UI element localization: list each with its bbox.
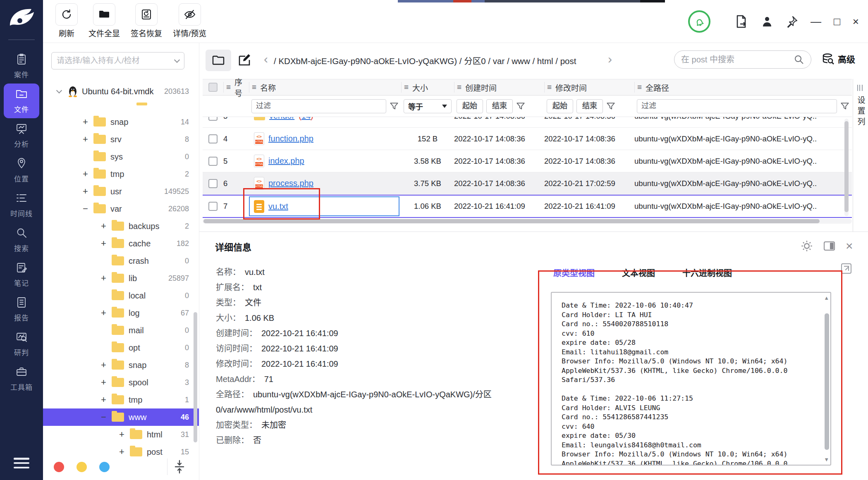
detail-close-icon[interactable]: × bbox=[846, 240, 853, 252]
tree-expander[interactable]: − bbox=[83, 203, 93, 214]
search-icon[interactable] bbox=[794, 54, 804, 65]
column-header[interactable]: 修改时间 bbox=[544, 82, 634, 93]
tree-row[interactable]: + backups 2 bbox=[43, 217, 199, 235]
yellow-dot-badge[interactable] bbox=[77, 462, 87, 472]
tree-row[interactable]: − www 46 bbox=[43, 408, 199, 426]
file-link[interactable]: function.php bbox=[268, 134, 313, 143]
show-all-files-button[interactable]: 文件全显 bbox=[88, 3, 120, 38]
tree-row[interactable]: + srv 8 bbox=[43, 131, 199, 148]
sidebar-item-toolbox[interactable]: 工具箱 bbox=[4, 361, 39, 396]
sidebar-item-report[interactable]: 报告 bbox=[4, 292, 39, 327]
tree-expander[interactable]: + bbox=[83, 134, 93, 145]
column-menu-icon[interactable] bbox=[547, 83, 552, 92]
table-row[interactable]: 7 vu.txt 1.06 KB 2022-10-21 16:41:09 202… bbox=[203, 195, 852, 218]
sidebar-menu-toggle[interactable] bbox=[14, 458, 29, 468]
tree-row[interactable]: + tmp 2 bbox=[43, 165, 199, 183]
column-header[interactable]: 名称 bbox=[249, 82, 401, 93]
funnel-icon[interactable] bbox=[606, 102, 615, 111]
column-menu-icon[interactable] bbox=[252, 83, 256, 92]
preview-scrollbar-thumb[interactable] bbox=[825, 313, 829, 450]
tree-expander[interactable]: + bbox=[119, 447, 130, 457]
tree-row[interactable]: + lib 25897 bbox=[43, 270, 199, 287]
tree-row[interactable]: + tmp 1 bbox=[43, 391, 199, 408]
gear-icon[interactable] bbox=[801, 240, 813, 252]
sidebar-item-judge[interactable]: 研判 bbox=[4, 327, 39, 361]
column-menu-icon[interactable] bbox=[457, 83, 461, 92]
size-operator-select[interactable]: 等于 bbox=[404, 99, 452, 113]
preview-tab[interactable]: 文本视图 bbox=[622, 267, 655, 279]
sidebar-item-notes[interactable]: 笔记 bbox=[4, 257, 39, 292]
tree-row[interactable]: sys 0 bbox=[43, 148, 199, 165]
preview-tab[interactable]: 十六进制视图 bbox=[682, 267, 732, 279]
edit-path-icon[interactable] bbox=[237, 53, 251, 69]
sidebar-item-location[interactable]: 位置 bbox=[4, 153, 39, 188]
table-vertical-scrollbar[interactable] bbox=[844, 119, 849, 216]
row-checkbox[interactable] bbox=[208, 134, 218, 143]
table-row[interactable]: 3 vendor 14 2022-10-17 14:08:36 2022-10-… bbox=[203, 117, 852, 128]
tree-expander[interactable]: + bbox=[101, 377, 112, 388]
funnel-icon[interactable] bbox=[516, 102, 525, 111]
notification-bell-icon[interactable] bbox=[688, 10, 710, 33]
preview-tab[interactable]: 原类型视图 bbox=[553, 267, 595, 279]
signature-restore-button[interactable]: 签名恢复 bbox=[131, 3, 162, 38]
row-checkbox[interactable] bbox=[208, 117, 218, 121]
sidebar-item-files[interactable]: 文件 bbox=[4, 84, 39, 118]
tree-row[interactable]: mail 0 bbox=[43, 322, 199, 339]
user-icon[interactable] bbox=[761, 15, 773, 28]
breadcrumb-segment[interactable]: post bbox=[553, 56, 576, 66]
pin-icon[interactable] bbox=[786, 15, 798, 28]
scroll-up-icon[interactable]: ▲ bbox=[824, 295, 829, 301]
refresh-button[interactable]: 刷新 bbox=[55, 3, 78, 38]
tree-row[interactable]: opt 0 bbox=[43, 339, 199, 356]
table-scrollbar-thumb[interactable] bbox=[844, 121, 849, 212]
file-link[interactable]: vu.txt bbox=[268, 202, 288, 211]
row-checkbox[interactable] bbox=[208, 202, 218, 211]
breadcrumb-back-icon[interactable]: ‹ bbox=[264, 52, 268, 66]
row-checkbox[interactable] bbox=[208, 179, 218, 188]
funnel-icon[interactable] bbox=[390, 102, 399, 111]
tree-row[interactable]: crash 0 bbox=[43, 252, 199, 270]
grip-handle-icon[interactable] bbox=[857, 85, 864, 91]
tree-scrollbar[interactable] bbox=[194, 312, 197, 442]
tree-expander[interactable]: + bbox=[83, 117, 93, 127]
sidebar-item-search[interactable]: 搜索 bbox=[4, 222, 39, 257]
folder-view-button[interactable] bbox=[206, 50, 231, 71]
select-all-checkbox[interactable] bbox=[208, 83, 218, 92]
tree-row[interactable]: + spool 3 bbox=[43, 374, 199, 391]
tree-row[interactable]: + post 15 bbox=[43, 443, 199, 461]
tree-expander[interactable]: + bbox=[101, 308, 112, 318]
tree-expander[interactable]: + bbox=[83, 169, 93, 179]
scroll-down-icon[interactable]: ▼ bbox=[824, 456, 829, 463]
tree-row[interactable]: + usr 149525 bbox=[43, 183, 199, 200]
sidebar-item-case[interactable]: 案件 bbox=[4, 49, 39, 84]
tree-expander[interactable]: + bbox=[101, 360, 112, 370]
chevron-down-icon[interactable] bbox=[56, 88, 62, 93]
column-header[interactable]: 序号 bbox=[223, 82, 249, 93]
blue-dot-badge[interactable] bbox=[99, 462, 110, 472]
column-menu-icon[interactable] bbox=[637, 83, 642, 92]
column-header[interactable]: 创建时间 bbox=[454, 82, 544, 93]
red-dot-badge[interactable] bbox=[54, 462, 64, 472]
export-icon[interactable] bbox=[734, 14, 748, 29]
horizontal-scrollbar-thumb[interactable] bbox=[203, 219, 820, 223]
breadcrumb-segment[interactable]: html bbox=[530, 56, 553, 66]
column-menu-icon[interactable] bbox=[226, 83, 231, 92]
owner-filter-input[interactable] bbox=[57, 56, 175, 65]
file-link[interactable]: index.php bbox=[268, 156, 304, 166]
tree-row[interactable]: + cache 182 bbox=[43, 235, 199, 252]
close-button[interactable]: × bbox=[853, 16, 859, 27]
breadcrumb-segment[interactable]: 分区0 bbox=[457, 56, 486, 66]
created-start-input[interactable] bbox=[457, 99, 483, 113]
panel-toggle-icon[interactable] bbox=[824, 241, 835, 251]
column-menu-icon[interactable] bbox=[404, 83, 409, 92]
tree-row[interactable]: + snap 14 bbox=[43, 113, 199, 131]
tree-expander[interactable]: + bbox=[83, 186, 93, 197]
tree-root-row[interactable]: Ubuntu 64-bit.vmdk 203613 bbox=[43, 83, 199, 100]
table-row[interactable]: 5 index.php 3.58 KB 2022-10-17 14:08:36 … bbox=[203, 150, 852, 172]
breadcrumb-segment[interactable]: KDXbM-ajcE-IGay-p9N0-aOkE-LvIO-yQaKWG) bbox=[274, 56, 457, 66]
expand-preview-icon[interactable] bbox=[841, 263, 851, 274]
breadcrumb-segment[interactable]: var bbox=[486, 56, 505, 66]
minimize-button[interactable]: — bbox=[811, 16, 821, 27]
table-row[interactable]: 6 process.php 3.75 KB 2022-10-17 14:08:3… bbox=[203, 172, 852, 195]
tree-expander[interactable]: + bbox=[101, 221, 112, 232]
